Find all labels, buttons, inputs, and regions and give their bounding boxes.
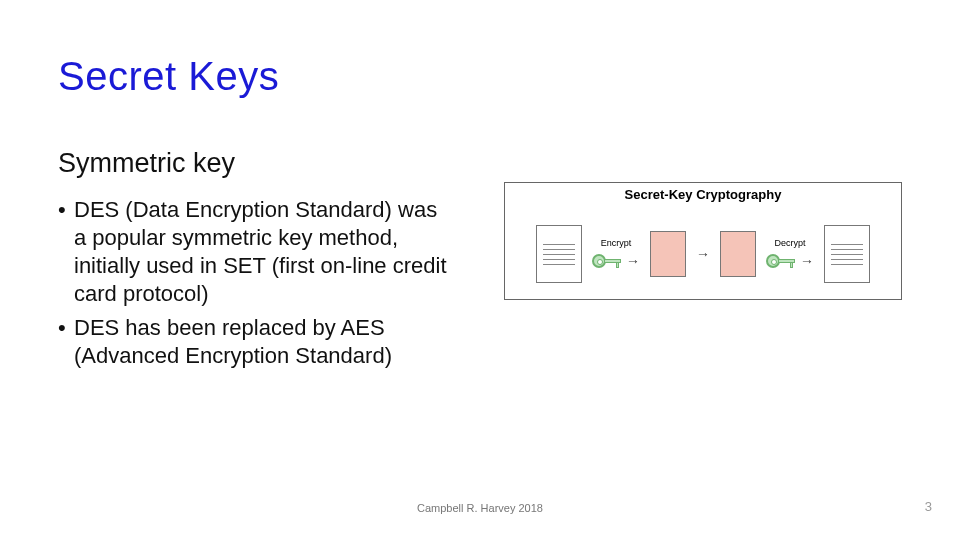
bullet-dot-icon: • <box>58 196 74 308</box>
arrow-right-icon: → <box>800 254 814 268</box>
page-number: 3 <box>925 499 932 514</box>
diagram-title: Secret-Key Cryptography <box>505 187 901 202</box>
ciphertext-icon <box>720 231 756 277</box>
diagram-panel: Secret-Key Cryptography Encrypt → → Decr… <box>504 182 902 300</box>
arrow-right-icon: → <box>626 254 640 268</box>
plaintext-doc-icon <box>536 225 582 283</box>
bullet-text: DES (Data Encryption Standard) was a pop… <box>74 196 448 308</box>
bullet-item: • DES has been replaced by AES (Advanced… <box>58 314 448 370</box>
decrypt-stage: Decrypt → <box>766 238 814 270</box>
decrypt-key-icon <box>766 252 796 270</box>
bullet-text: DES has been replaced by AES (Advanced E… <box>74 314 448 370</box>
footer-text: Campbell R. Harvey 2018 <box>0 502 960 514</box>
bullet-dot-icon: • <box>58 314 74 370</box>
encrypt-label: Encrypt <box>601 238 632 248</box>
slide: Secret Keys Symmetric key • DES (Data En… <box>0 0 960 540</box>
plaintext-doc-icon <box>824 225 870 283</box>
ciphertext-icon <box>650 231 686 277</box>
encrypt-stage: Encrypt → <box>592 238 640 270</box>
bullet-item: • DES (Data Encryption Standard) was a p… <box>58 196 448 308</box>
slide-subtitle: Symmetric key <box>58 148 235 179</box>
bullet-list: • DES (Data Encryption Standard) was a p… <box>58 196 448 376</box>
diagram-content: Encrypt → → Decrypt → <box>505 211 901 297</box>
slide-title: Secret Keys <box>58 54 279 99</box>
decrypt-label: Decrypt <box>774 238 805 248</box>
encrypt-key-icon <box>592 252 622 270</box>
arrow-right-icon: → <box>696 247 710 261</box>
